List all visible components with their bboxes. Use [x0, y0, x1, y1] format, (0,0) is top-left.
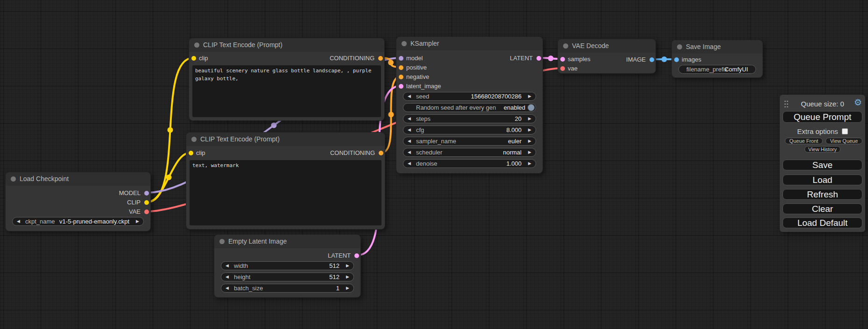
save-button[interactable]: Save	[783, 160, 862, 170]
refresh-button[interactable]: Refresh	[783, 189, 862, 200]
decrement-arrow-icon[interactable]: ◀	[408, 137, 411, 145]
input-slot-dot-positive[interactable]	[399, 65, 403, 70]
widget-scheduler[interactable]: ◀▶schedulernormal	[403, 148, 536, 157]
output-slot-dot-CONDITIONING[interactable]	[378, 56, 383, 61]
node-clip-text-encode-positive[interactable]: CLIP Text Encode (Prompt)clipCONDITIONIN…	[189, 38, 385, 121]
node-title: Load Checkpoint	[6, 172, 150, 186]
widget-height[interactable]: ◀▶height512	[221, 273, 354, 281]
widget-value: 512	[329, 273, 339, 281]
widget-denoise[interactable]: ◀▶denoise1.000	[403, 159, 536, 168]
increment-arrow-icon[interactable]: ▶	[346, 284, 349, 292]
decrement-arrow-icon[interactable]: ◀	[408, 126, 411, 134]
output-slot-dot-IMAGE[interactable]	[649, 57, 654, 62]
widget-width[interactable]: ◀▶width512	[221, 261, 354, 270]
node-title: CLIP Text Encode (Prompt)	[186, 133, 385, 146]
widget-sampler-name[interactable]: ◀▶sampler_nameeuler	[403, 137, 536, 146]
input-slot-dot-negative[interactable]	[399, 75, 403, 79]
input-slot-dot-samples[interactable]	[560, 57, 565, 62]
output-slot-CONDITIONING: CONDITIONING	[330, 149, 385, 157]
prompt-textarea[interactable]	[190, 160, 381, 225]
output-slot-CONDITIONING: CONDITIONING	[330, 55, 384, 62]
output-slot-dot-CLIP[interactable]	[144, 200, 149, 205]
queue-front-button[interactable]: Queue Front	[785, 138, 823, 144]
output-slot-dot-VAE[interactable]	[144, 210, 149, 214]
output-slot-VAE: VAE	[129, 208, 150, 216]
decrement-arrow-icon[interactable]: ◀	[408, 92, 411, 100]
queue-panel: Queue size: 0 ⚙ Queue Prompt Extra optio…	[780, 95, 865, 232]
node-title-text: VAE Decode	[572, 42, 609, 49]
widget-steps[interactable]: ◀▶steps20	[403, 114, 536, 123]
node-title-text: CLIP Text Encode (Prompt)	[203, 41, 282, 49]
increment-arrow-icon[interactable]: ▶	[528, 137, 531, 145]
input-slot-latent_image: latent_image	[396, 83, 441, 90]
node-title: Save Image	[672, 40, 762, 54]
widget-ckpt-name[interactable]: ◀▶ckpt_namev1-5-pruned-emaonly.ckpt	[12, 217, 144, 226]
output-slot-dot-LATENT[interactable]	[354, 253, 359, 258]
input-slot-dot-vae[interactable]	[560, 66, 565, 71]
input-slot-dot-images[interactable]	[674, 57, 679, 62]
widget-label: ckpt_name	[25, 217, 55, 225]
output-slot-label: LATENT	[328, 252, 351, 259]
input-slot-dot-clip[interactable]	[189, 151, 193, 155]
decrement-arrow-icon[interactable]: ◀	[226, 262, 229, 270]
settings-gear-icon[interactable]: ⚙	[854, 97, 862, 107]
output-slot-dot-MODEL[interactable]	[144, 191, 149, 196]
decrement-arrow-icon[interactable]: ◀	[226, 273, 229, 281]
widget-value: 20	[515, 115, 522, 123]
widget-seed[interactable]: ◀▶seed156680208700286	[403, 92, 536, 101]
input-slot-dot-model[interactable]	[399, 56, 403, 61]
increment-arrow-icon[interactable]: ▶	[528, 148, 531, 156]
input-slot-label: latent_image	[406, 83, 441, 90]
view-history-button[interactable]: View History	[804, 146, 840, 153]
decrement-arrow-icon[interactable]: ◀	[17, 217, 20, 225]
output-slot-MODEL: MODEL	[119, 189, 150, 197]
graph-canvas[interactable]: Load CheckpointMODELCLIPVAE◀▶ckpt_namev1…	[0, 0, 868, 329]
toggle-knob-icon[interactable]	[528, 104, 535, 111]
decrement-arrow-icon[interactable]: ◀	[408, 160, 411, 168]
node-empty-latent-image[interactable]: Empty Latent ImageLATENT◀▶width512◀▶heig…	[214, 234, 361, 298]
queue-prompt-button[interactable]: Queue Prompt	[783, 111, 862, 123]
view-queue-button[interactable]: View Queue	[826, 138, 862, 144]
increment-arrow-icon[interactable]: ▶	[528, 160, 531, 168]
widget-random-seed-after-every-gen[interactable]: Random seed after every genenabled	[403, 103, 536, 112]
load-default-button[interactable]: Load Default	[783, 217, 862, 228]
decrement-arrow-icon[interactable]: ◀	[408, 148, 411, 156]
decrement-arrow-icon[interactable]: ◀	[408, 115, 411, 123]
increment-arrow-icon[interactable]: ▶	[346, 273, 349, 281]
node-ksampler[interactable]: KSamplermodelpositivenegativelatent_imag…	[396, 36, 543, 174]
widget-label: sampler_name	[416, 137, 456, 145]
output-slot-dot-CONDITIONING[interactable]	[379, 151, 383, 155]
widget-label: height	[234, 273, 250, 281]
load-button[interactable]: Load	[783, 175, 862, 185]
increment-arrow-icon[interactable]: ▶	[528, 92, 531, 100]
input-slot-label: negative	[406, 73, 429, 80]
extra-options-checkbox[interactable]	[842, 128, 848, 134]
queue-size-label: Queue size: 0	[780, 100, 865, 108]
extra-options-row: Extra options	[780, 128, 865, 135]
widget-label: seed	[416, 92, 429, 100]
widget-batch-size[interactable]: ◀▶batch_size1	[221, 284, 354, 293]
widget-filename-prefix[interactable]: filename_prefixComfyUI	[678, 65, 756, 74]
output-slot-CLIP: CLIP	[127, 199, 150, 206]
node-title: VAE Decode	[558, 39, 656, 53]
increment-arrow-icon[interactable]: ▶	[528, 115, 531, 123]
increment-arrow-icon[interactable]: ▶	[136, 217, 139, 225]
output-slot-IMAGE: IMAGE	[626, 56, 656, 63]
input-slot-dot-latent_image[interactable]	[399, 84, 403, 89]
output-slot-dot-LATENT[interactable]	[536, 56, 541, 61]
clear-button[interactable]: Clear	[783, 203, 862, 214]
node-status-dot-icon	[219, 239, 225, 244]
node-clip-text-encode-negative[interactable]: CLIP Text Encode (Prompt)clipCONDITIONIN…	[186, 132, 385, 230]
prompt-textarea[interactable]	[192, 65, 381, 117]
extra-options-label: Extra options	[797, 127, 838, 135]
node-vae-decode[interactable]: VAE DecodesamplesvaeIMAGE	[557, 39, 656, 74]
node-save-image[interactable]: Save Imageimagesfilename_prefixComfyUI	[671, 40, 763, 78]
decrement-arrow-icon[interactable]: ◀	[226, 284, 229, 292]
node-load-checkpoint[interactable]: Load CheckpointMODELCLIPVAE◀▶ckpt_namev1…	[5, 172, 151, 231]
increment-arrow-icon[interactable]: ▶	[528, 126, 531, 134]
widget-cfg[interactable]: ◀▶cfg8.000	[403, 126, 536, 134]
increment-arrow-icon[interactable]: ▶	[346, 262, 349, 270]
node-status-dot-icon	[563, 43, 568, 49]
input-slot-label: positive	[406, 64, 427, 71]
input-slot-dot-clip[interactable]	[191, 56, 196, 61]
